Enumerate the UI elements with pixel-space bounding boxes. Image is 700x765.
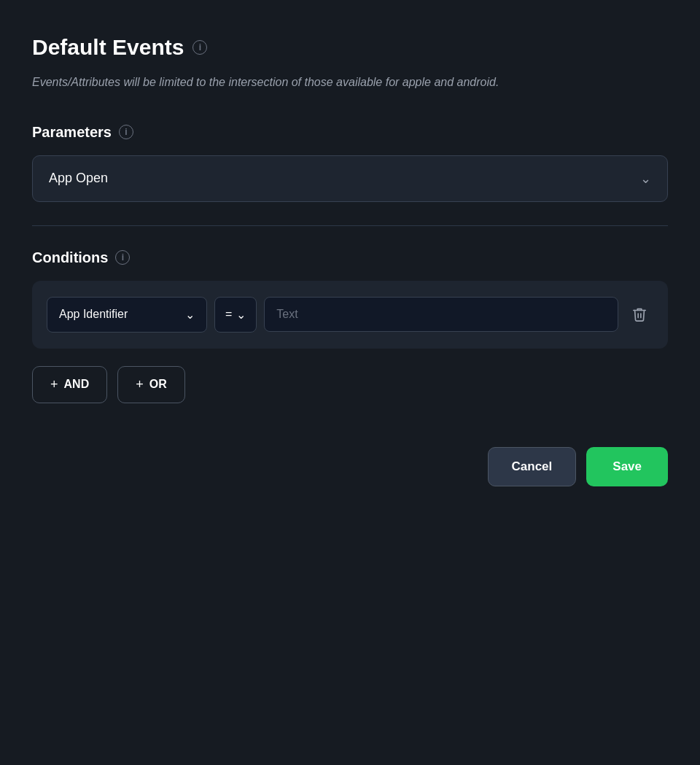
page-subtitle: Events/Attributes will be limited to the…	[32, 73, 668, 92]
and-label: AND	[64, 378, 90, 391]
condition-text-input[interactable]	[264, 297, 618, 332]
or-button[interactable]: + OR	[117, 366, 185, 403]
identifier-chevron-icon: ⌄	[185, 308, 195, 322]
parameters-title: Parameters	[32, 124, 112, 141]
section-divider	[32, 225, 668, 226]
and-plus-icon: +	[50, 377, 58, 392]
parameters-dropdown-value: App Open	[49, 171, 108, 186]
page-title-row: Default Events i	[32, 35, 668, 60]
identifier-dropdown[interactable]: App Identifier ⌄	[47, 297, 207, 333]
logic-buttons: + AND + OR	[32, 366, 668, 403]
page-title: Default Events	[32, 35, 184, 60]
conditions-section-header: Conditions i	[32, 249, 668, 266]
or-label: OR	[149, 378, 167, 391]
parameters-info-icon[interactable]: i	[119, 125, 133, 139]
main-container: Default Events i Events/Attributes will …	[0, 0, 700, 530]
or-plus-icon: +	[136, 377, 144, 392]
parameters-dropdown[interactable]: App Open ⌄	[32, 155, 668, 202]
trash-icon	[631, 306, 648, 322]
conditions-title: Conditions	[32, 249, 108, 266]
and-button[interactable]: + AND	[32, 366, 107, 403]
operator-dropdown[interactable]: = ⌄	[214, 297, 257, 333]
delete-condition-button[interactable]	[626, 300, 653, 328]
condition-row: App Identifier ⌄ = ⌄	[47, 297, 653, 333]
conditions-info-icon[interactable]: i	[115, 250, 130, 265]
identifier-dropdown-value: App Identifier	[59, 308, 128, 321]
footer-actions: Cancel Save	[32, 447, 668, 486]
parameters-chevron-icon: ⌄	[640, 171, 651, 187]
conditions-box: App Identifier ⌄ = ⌄	[32, 281, 668, 349]
parameters-section-header: Parameters i	[32, 124, 668, 141]
cancel-button[interactable]: Cancel	[488, 447, 577, 486]
page-title-info-icon[interactable]: i	[192, 40, 207, 55]
save-button[interactable]: Save	[586, 447, 668, 486]
operator-chevron-icon: ⌄	[236, 308, 246, 322]
operator-value: =	[225, 308, 232, 321]
